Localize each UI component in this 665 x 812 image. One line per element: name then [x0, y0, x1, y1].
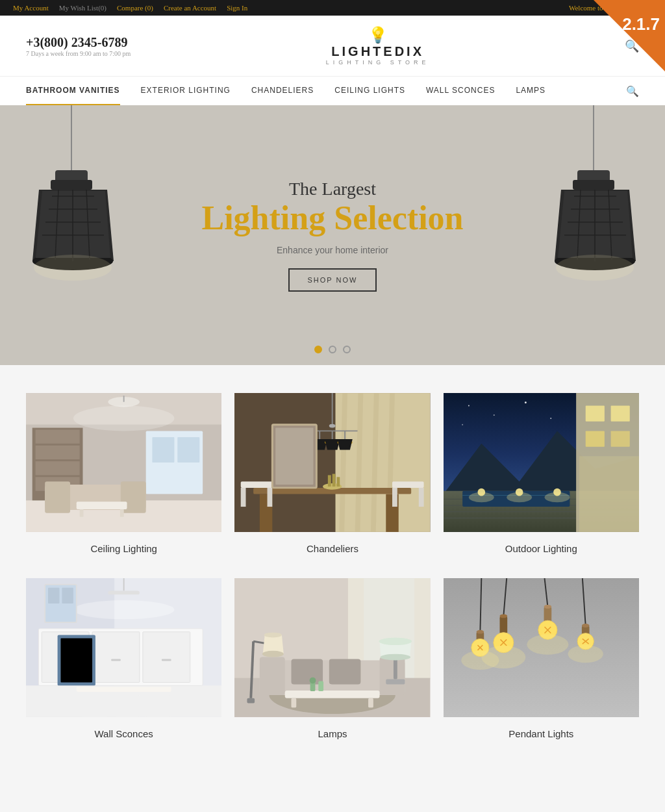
svg-rect-114	[162, 659, 171, 661]
category-ceiling-lighting[interactable]: Ceiling Lighting	[26, 391, 221, 563]
svg-line-52	[373, 393, 377, 532]
nav-bathroom-vanities[interactable]: BATHROOM VANITIES	[26, 77, 120, 105]
logo[interactable]: 💡 LIGHTEDIX LIGHTING STORE	[326, 26, 430, 66]
svg-rect-110	[92, 632, 140, 683]
category-lamps[interactable]: Lamps	[234, 576, 430, 748]
svg-rect-113	[111, 659, 121, 661]
svg-rect-120	[146, 695, 171, 717]
svg-line-51	[358, 393, 361, 532]
category-grid-row1: Ceiling Lighting	[26, 391, 639, 563]
svg-rect-58	[392, 481, 424, 488]
nav-exterior-lighting[interactable]: EXTERIOR LIGHTING	[141, 77, 231, 105]
carousel-dot-3[interactable]	[343, 346, 351, 353]
svg-point-103	[550, 418, 551, 419]
phone-number: +3(800) 2345-6789	[26, 35, 131, 50]
svg-rect-142	[247, 698, 255, 704]
svg-point-173	[544, 605, 551, 609]
lamp-right	[522, 105, 665, 365]
nav-ceiling-lights[interactable]: CEILING LIGHTS	[334, 77, 405, 105]
svg-rect-141	[368, 698, 373, 708]
main-nav: BATHROOM VANITIES EXTERIOR LIGHTING CHAN…	[0, 76, 665, 105]
svg-point-98	[544, 492, 570, 503]
svg-rect-66	[337, 477, 340, 487]
category-outdoor-lighting[interactable]: Outdoor Lighting	[444, 391, 639, 563]
svg-rect-122	[108, 591, 140, 595]
svg-point-104	[462, 424, 463, 425]
version-number: 2.1.7	[622, 14, 660, 34]
svg-point-150	[381, 654, 411, 661]
svg-point-68	[329, 424, 336, 428]
svg-point-186	[527, 635, 568, 655]
compare-link[interactable]: Compare (0)	[117, 4, 153, 12]
hero-description: Enhance your home interior	[201, 245, 463, 255]
logo-subtitle: LIGHTING STORE	[326, 59, 430, 66]
svg-point-161	[476, 630, 484, 634]
svg-point-179	[582, 624, 590, 628]
svg-rect-89	[585, 431, 604, 446]
svg-rect-136	[380, 657, 405, 695]
svg-point-123	[73, 600, 175, 619]
svg-marker-99	[579, 456, 639, 532]
svg-point-102	[525, 401, 527, 403]
hero-subtitle: The Largest	[201, 179, 463, 199]
nav-wall-sconces[interactable]: WALL SCONCES	[426, 77, 495, 105]
svg-rect-49	[336, 393, 431, 532]
chandeliers-label: Chandeliers	[234, 534, 430, 563]
ceiling-lighting-image	[26, 391, 221, 534]
svg-line-50	[342, 393, 345, 532]
svg-rect-30	[177, 437, 199, 463]
svg-rect-131	[414, 578, 430, 679]
svg-rect-137	[292, 659, 323, 684]
logo-icon: 💡	[326, 26, 430, 44]
category-chandeliers[interactable]: Chandeliers	[234, 391, 430, 563]
category-pendant-lights[interactable]: Pendant Lights	[444, 576, 639, 748]
svg-rect-33	[36, 446, 80, 459]
svg-point-187	[568, 645, 603, 663]
svg-rect-34	[36, 461, 80, 475]
hero-banner: The Largest Lighting Selection Enhance y…	[0, 105, 665, 365]
wall-sconces-image	[26, 576, 221, 719]
chandeliers-image	[234, 391, 430, 534]
ceiling-lighting-label: Ceiling Lighting	[26, 534, 221, 563]
svg-rect-64	[328, 475, 331, 486]
svg-point-101	[493, 414, 494, 416]
nav-lamps[interactable]: LAMPS	[516, 77, 546, 105]
business-hours: 7 Days a week from 9:00 am to 7:00 pm	[26, 50, 131, 57]
wish-list-link[interactable]: My Wish List(0)	[59, 4, 107, 12]
svg-rect-90	[610, 431, 629, 446]
carousel-dot-1[interactable]	[314, 346, 322, 353]
svg-rect-39	[77, 501, 127, 509]
top-bar-links: My Account My Wish List(0) Compare (0) C…	[13, 4, 247, 12]
my-account-link[interactable]: My Account	[13, 4, 49, 12]
carousel-dot-2[interactable]	[329, 346, 336, 353]
svg-rect-65	[332, 474, 336, 486]
logo-text: LIGHTEDIX	[326, 44, 430, 59]
svg-rect-40	[80, 509, 84, 517]
svg-point-45	[73, 406, 175, 431]
svg-rect-61	[392, 488, 397, 507]
svg-rect-29	[152, 437, 174, 463]
lamp-left	[0, 105, 143, 365]
nav-chandeliers[interactable]: CHANDELIERS	[251, 77, 314, 105]
wall-sconces-label: Wall Sconces	[26, 719, 221, 748]
svg-point-94	[469, 492, 494, 503]
categories-section: Ceiling Lighting	[0, 365, 665, 576]
svg-rect-147	[386, 679, 405, 685]
hero-content: The Largest Lighting Selection Enhance y…	[201, 179, 463, 291]
shop-now-button[interactable]: SHOP NOW	[288, 268, 377, 292]
svg-rect-119	[114, 695, 140, 717]
category-wall-sconces[interactable]: Wall Sconces	[26, 576, 221, 748]
outdoor-lighting-image	[444, 391, 639, 534]
nav-search-icon[interactable]: 🔍	[626, 85, 639, 97]
svg-rect-87	[585, 406, 604, 422]
svg-rect-88	[610, 406, 629, 422]
svg-rect-62	[419, 488, 424, 507]
lamps-image	[234, 576, 430, 719]
outdoor-lighting-label: Outdoor Lighting	[444, 534, 639, 563]
phone-block: +3(800) 2345-6789 7 Days a week from 9:0…	[26, 35, 131, 57]
sign-in-link[interactable]: Sign In	[227, 4, 247, 12]
create-account-link[interactable]: Create an Account	[164, 4, 216, 12]
svg-rect-41	[120, 509, 124, 517]
svg-point-145	[264, 633, 282, 638]
svg-point-185	[481, 646, 525, 668]
